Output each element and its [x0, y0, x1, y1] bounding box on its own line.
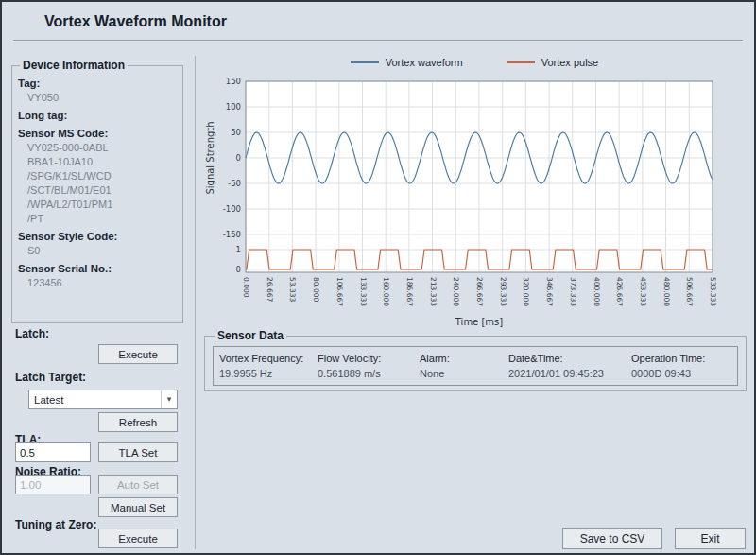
- device-field-value: S0: [18, 244, 177, 258]
- svg-text:0: 0: [236, 153, 241, 163]
- sensor-data-title: Sensor Data: [215, 329, 286, 342]
- svg-text:Time [ms]: Time [ms]: [455, 317, 504, 327]
- device-field-value: VY025-000-0ABL: [18, 141, 177, 155]
- latch-execute-button[interactable]: Execute: [98, 344, 178, 364]
- device-information-fields: Tag:VY050Long tag:Sensor MS Code:VY025-0…: [18, 76, 177, 290]
- svg-text:346.667: 346.667: [545, 277, 554, 306]
- device-field-value: /SPG/K1/SL/WCD: [18, 169, 177, 183]
- svg-text:1: 1: [236, 245, 241, 254]
- svg-text:186.667: 186.667: [405, 277, 414, 306]
- svg-text:160.000: 160.000: [382, 277, 390, 306]
- exit-button[interactable]: Exit: [675, 528, 746, 549]
- svg-text:480.000: 480.000: [662, 277, 671, 306]
- svg-text:-100: -100: [223, 204, 241, 214]
- device-field-value: 123456: [18, 276, 177, 290]
- svg-text:Signal Strength: Signal Strength: [205, 121, 215, 194]
- device-field-value: /WPA/L2/T01/PM1: [18, 198, 177, 212]
- sensor-column-header: Vortex Frequency:: [219, 351, 312, 366]
- svg-text:0.000: 0.000: [242, 277, 250, 298]
- tla-input[interactable]: [15, 442, 91, 462]
- device-information-title: Device Information: [20, 59, 128, 72]
- device-field-value: /SCT/BL/M01/E01: [18, 183, 177, 198]
- sensor-data-column: Date&Time:2021/01/01 09:45:23: [508, 351, 631, 385]
- save-to-csv-button[interactable]: Save to CSV: [562, 528, 662, 549]
- sensor-data-column: Vortex Frequency:19.9955 Hz: [219, 351, 318, 385]
- legend-item-pulse: Vortex pulse: [507, 57, 599, 68]
- svg-text:106.667: 106.667: [335, 277, 344, 306]
- svg-text:373.333: 373.333: [569, 277, 577, 306]
- device-field-label: Sensor Serial No.:: [18, 261, 177, 276]
- legend-label-waveform: Vortex waveform: [386, 57, 463, 68]
- svg-text:-150: -150: [223, 230, 241, 239]
- svg-text:266.667: 266.667: [475, 277, 484, 306]
- svg-text:400.000: 400.000: [593, 277, 601, 306]
- svg-text:533.333: 533.333: [709, 277, 717, 306]
- pulse-line-swatch-icon: [507, 61, 535, 63]
- svg-text:213.333: 213.333: [429, 277, 438, 306]
- sensor-data-column: Alarm:None: [420, 351, 508, 385]
- sensor-column-header: Alarm:: [420, 351, 503, 366]
- latch-target-value: Latest: [29, 394, 161, 406]
- page-title: Vortex Waveform Monitor: [44, 13, 227, 30]
- svg-text:100: 100: [226, 102, 241, 112]
- tuning-at-zero-label: Tuning at Zero:: [15, 518, 96, 531]
- device-field-label: Long tag:: [18, 108, 177, 123]
- device-field-label: Sensor Style Code:: [18, 229, 177, 244]
- svg-text:26.667: 26.667: [266, 277, 274, 302]
- svg-text:53.333: 53.333: [288, 277, 297, 302]
- device-field-label: Sensor MS Code:: [18, 126, 177, 141]
- svg-text:-50: -50: [228, 179, 241, 188]
- svg-text:133.333: 133.333: [359, 277, 368, 306]
- vortex-waveform-monitor-window: Vortex Waveform Monitor Device Informati…: [0, 0, 756, 555]
- sensor-column-value: None: [420, 366, 503, 382]
- legend-label-pulse: Vortex pulse: [541, 57, 599, 68]
- chart-area: Vortex waveform Vortex pulse 0.00026.667…: [202, 55, 750, 331]
- auto-set-button[interactable]: Auto Set: [98, 475, 178, 494]
- svg-text:453.333: 453.333: [639, 277, 647, 306]
- chart-legend: Vortex waveform Vortex pulse: [202, 57, 747, 68]
- chevron-down-icon: ▾: [161, 390, 177, 408]
- device-field-label: Tag:: [18, 76, 177, 91]
- svg-text:0: 0: [236, 265, 241, 274]
- sensor-column-header: Date&Time:: [508, 351, 626, 366]
- svg-text:150: 150: [226, 77, 241, 86]
- sensor-column-header: Flow Velocity:: [318, 351, 414, 366]
- noise-ratio-input[interactable]: [15, 475, 91, 494]
- device-field-value: VY050: [18, 91, 177, 105]
- tuning-execute-button[interactable]: Execute: [98, 529, 178, 548]
- svg-text:506.667: 506.667: [685, 277, 694, 306]
- svg-text:320.000: 320.000: [522, 277, 530, 306]
- sensor-column-header: Operation Time:: [631, 351, 705, 366]
- waveform-line-swatch-icon: [351, 61, 379, 63]
- sensor-column-value: 2021/01/01 09:45:23: [508, 366, 626, 382]
- device-field-value: /PT: [18, 212, 177, 226]
- tla-set-button[interactable]: TLA Set: [98, 442, 178, 462]
- svg-text:426.667: 426.667: [615, 277, 624, 306]
- panel-divider: [195, 56, 196, 549]
- device-information-group: Device Information Tag:VY050Long tag:Sen…: [11, 59, 183, 323]
- svg-text:240.000: 240.000: [452, 277, 460, 306]
- svg-text:293.333: 293.333: [499, 277, 507, 306]
- sensor-data-column: Flow Velocity:0.561889 m/s: [318, 351, 420, 385]
- sensor-data-group: Sensor Data Vortex Frequency:19.9955 HzF…: [204, 329, 747, 391]
- sensor-data-column: Operation Time:0000D 09:43: [631, 351, 711, 385]
- svg-text:80.000: 80.000: [312, 277, 320, 302]
- device-field-value: BBA1-10JA10: [18, 155, 177, 169]
- manual-set-button[interactable]: Manual Set: [98, 497, 178, 517]
- latch-target-label: Latch Target:: [15, 371, 86, 384]
- legend-item-waveform: Vortex waveform: [351, 57, 463, 68]
- waveform-chart: 0.00026.66753.33380.000106.667133.333160…: [202, 72, 747, 331]
- latch-target-select[interactable]: Latest ▾: [28, 390, 178, 409]
- sensor-column-value: 0000D 09:43: [631, 366, 705, 382]
- sensor-data-table: Vortex Frequency:19.9955 HzFlow Velocity…: [213, 346, 738, 386]
- refresh-button[interactable]: Refresh: [98, 412, 178, 432]
- sensor-column-value: 0.561889 m/s: [318, 366, 414, 382]
- sensor-column-value: 19.9955 Hz: [219, 366, 312, 382]
- latch-label: Latch:: [15, 327, 49, 340]
- svg-text:50: 50: [231, 128, 241, 137]
- title-divider: [13, 40, 743, 41]
